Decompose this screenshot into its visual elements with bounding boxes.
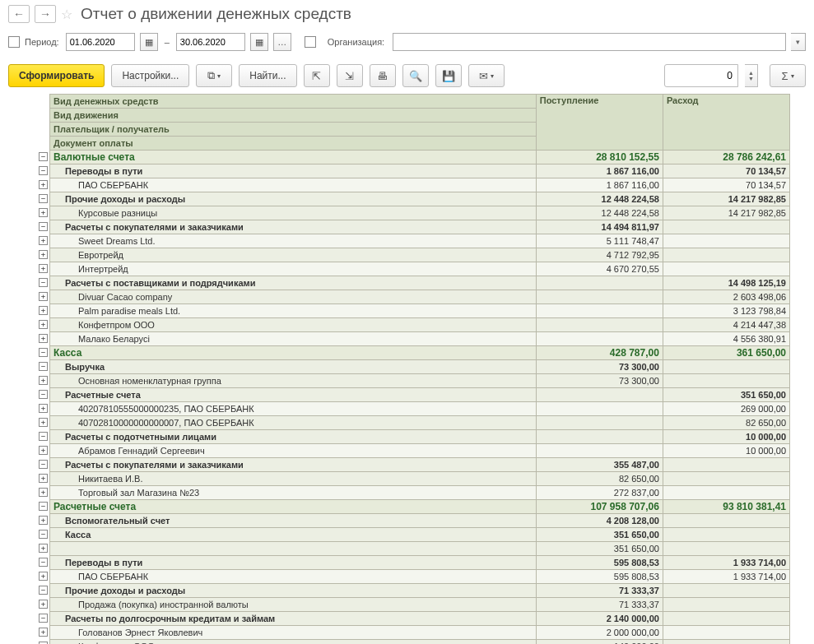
tree-toggle[interactable]: + xyxy=(39,418,48,427)
row-label[interactable] xyxy=(50,542,537,556)
org-select[interactable] xyxy=(393,33,786,51)
row-label[interactable]: Divuar Cacao company xyxy=(50,290,537,304)
row-label[interactable]: Прочие доходы и расходы xyxy=(50,192,537,206)
tree-toggle[interactable]: − xyxy=(39,194,48,203)
row-label[interactable]: Малако Беларусі xyxy=(50,332,537,346)
row-label[interactable]: Расчеты по долгосрочным кредитам и займа… xyxy=(50,612,537,626)
forward-button[interactable]: → xyxy=(35,5,56,23)
tree-toggle[interactable]: + xyxy=(39,180,48,189)
tree-toggle[interactable]: + xyxy=(39,600,48,609)
row-label[interactable]: Выручка xyxy=(50,360,537,374)
row-label[interactable]: Валютные счета xyxy=(50,151,537,164)
period-to-input[interactable] xyxy=(176,33,245,51)
collapse-button[interactable]: ⇲ xyxy=(337,64,363,87)
row-label[interactable]: Переводы в пути xyxy=(50,164,537,178)
row-label[interactable]: Никитаева И.В. xyxy=(50,472,537,486)
row-expense: 4 556 380,91 xyxy=(663,332,789,346)
page-spinner[interactable]: ▲▼ xyxy=(745,64,758,87)
tree-toggle[interactable]: + xyxy=(39,572,48,581)
find-button[interactable]: Найти... xyxy=(239,64,296,87)
row-label[interactable]: Расчеты с подотчетными лицами xyxy=(50,430,537,444)
copy-variant-button[interactable]: ⧉▾ xyxy=(196,64,232,87)
row-label[interactable]: Расчетные счета xyxy=(50,500,537,514)
tree-toggle[interactable]: − xyxy=(39,614,48,623)
tree-toggle[interactable]: + xyxy=(39,208,48,217)
row-label[interactable]: Расчеты с покупателями и заказчиками xyxy=(50,220,537,234)
back-button[interactable]: ← xyxy=(8,5,30,23)
mail-button[interactable]: ✉▾ xyxy=(468,64,505,87)
tree-toggle[interactable]: − xyxy=(39,558,48,567)
tree-toggle[interactable]: − xyxy=(39,222,48,231)
tree-toggle[interactable]: + xyxy=(39,264,48,273)
org-checkbox[interactable] xyxy=(305,36,316,48)
tree-toggle[interactable]: − xyxy=(39,278,48,287)
row-label[interactable]: Голованов Эрнест Яковлевич xyxy=(50,626,537,640)
row-label[interactable]: ПАО СБЕРБАНК xyxy=(50,178,537,192)
row-label[interactable]: ПАО СБЕРБАНК xyxy=(50,570,537,584)
row-label[interactable]: Интертрейд xyxy=(50,262,537,276)
save-button[interactable]: 💾 xyxy=(435,64,462,87)
tree-toggle[interactable]: − xyxy=(39,362,48,371)
tree-toggle[interactable]: + xyxy=(39,306,48,315)
row-label[interactable]: Расчеты с поставщиками и подрядчиками xyxy=(50,276,537,290)
row-label[interactable]: Абрамов Геннадий Сергеевич xyxy=(50,444,537,458)
tree-toggle[interactable]: + xyxy=(39,250,48,259)
row-label[interactable]: Основная номенклатурная группа xyxy=(50,374,537,388)
row-label[interactable]: Касса xyxy=(50,528,537,542)
tree-toggle[interactable]: − xyxy=(39,530,48,539)
calendar-from-button[interactable]: ▦ xyxy=(140,33,158,51)
period-checkbox[interactable] xyxy=(8,36,20,48)
row-label[interactable]: Евротрейд xyxy=(50,248,537,262)
row-label[interactable]: Вспомогательный счет xyxy=(50,514,537,528)
tree-toggle[interactable]: + xyxy=(39,404,48,413)
row-label[interactable]: Продажа (покупка) иностранной валюты xyxy=(50,598,537,612)
period-picker-button[interactable]: … xyxy=(273,33,291,51)
tree-toggle[interactable]: + xyxy=(39,516,48,525)
tree-toggle[interactable]: − xyxy=(39,348,48,357)
tree-toggle[interactable]: − xyxy=(39,502,48,511)
tree-toggle[interactable]: + xyxy=(39,376,48,385)
row-label[interactable]: Торговый зал Магазина №23 xyxy=(50,486,537,500)
tree-toggle[interactable]: − xyxy=(39,460,48,469)
tree-toggle[interactable]: + xyxy=(39,544,48,553)
row-label[interactable]: Курсовые разницы xyxy=(50,206,537,220)
tree-toggle[interactable]: − xyxy=(39,152,48,161)
row-expense xyxy=(663,528,789,542)
calendar-to-button[interactable]: ▦ xyxy=(250,33,268,51)
row-label[interactable]: Касса xyxy=(50,346,537,360)
tree-toggle[interactable]: + xyxy=(39,446,48,455)
row-label[interactable]: Palm paradise meals Ltd. xyxy=(50,304,537,318)
tree-toggle[interactable]: + xyxy=(39,292,48,301)
star-icon[interactable]: ☆ xyxy=(61,7,72,22)
tree-toggle[interactable]: + xyxy=(39,334,48,343)
tree-toggle[interactable]: − xyxy=(39,586,48,595)
tree-toggle[interactable]: + xyxy=(39,474,48,483)
row-label[interactable]: Переводы в пути xyxy=(50,556,537,570)
chevron-down-icon: ▾ xyxy=(217,72,221,80)
period-from-input[interactable] xyxy=(66,33,135,51)
print-button[interactable]: 🖶 xyxy=(370,64,396,87)
tree-toggle[interactable]: − xyxy=(39,166,48,175)
page-number-input[interactable] xyxy=(664,64,738,87)
row-label[interactable]: 40702810000000000007, ПАО СБЕРБАНК xyxy=(50,416,537,430)
org-dropdown-button[interactable]: ▾ xyxy=(791,33,806,51)
tree-toggle[interactable]: + xyxy=(39,628,48,637)
row-income xyxy=(536,430,663,444)
tree-toggle[interactable]: + xyxy=(39,488,48,497)
row-label[interactable]: Расчетные счета xyxy=(50,388,537,402)
tree-toggle[interactable]: + xyxy=(39,320,48,329)
expand-button[interactable]: ⇱ xyxy=(304,64,330,87)
row-label[interactable]: Конфетпром ООО xyxy=(50,318,537,332)
row-label[interactable]: Конфетпром ООО xyxy=(50,640,537,645)
sum-button[interactable]: Σ▾ xyxy=(770,64,806,87)
row-label[interactable]: Sweet Dreams Ltd. xyxy=(50,234,537,248)
row-label[interactable]: Прочие доходы и расходы xyxy=(50,584,537,598)
preview-button[interactable]: 🔍 xyxy=(402,64,429,87)
row-label[interactable]: Расчеты с покупателями и заказчиками xyxy=(50,458,537,472)
tree-toggle[interactable]: + xyxy=(39,236,48,245)
settings-button[interactable]: Настройки... xyxy=(111,64,189,87)
row-label[interactable]: 40207810555000000235, ПАО СБЕРБАНК xyxy=(50,402,537,416)
tree-toggle[interactable]: − xyxy=(39,390,48,399)
tree-toggle[interactable]: − xyxy=(39,432,48,441)
run-button[interactable]: Сформировать xyxy=(8,64,105,87)
